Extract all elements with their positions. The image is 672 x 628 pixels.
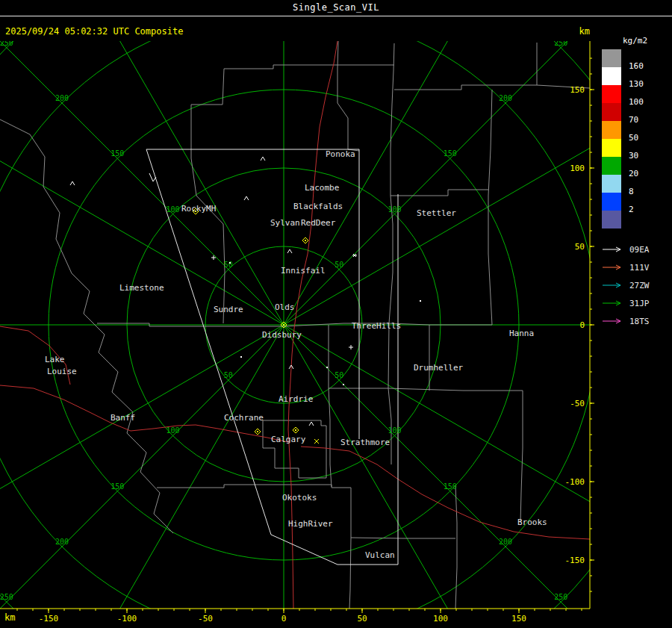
range-ring-label: 50 bbox=[224, 371, 233, 379]
dot-marker bbox=[343, 384, 344, 385]
dot-marker bbox=[326, 367, 328, 368]
storm-track-arrow-icon bbox=[602, 317, 624, 325]
city-label: RedDeer bbox=[301, 218, 336, 228]
range-ring-label: 250 bbox=[0, 593, 13, 601]
legend-threshold-value: 100 bbox=[629, 97, 644, 108]
storm-track-legend-row: 09EA bbox=[602, 240, 671, 258]
diamond-marker-center-dot bbox=[257, 431, 258, 432]
range-spoke bbox=[0, 0, 582, 628]
city-label: Okotoks bbox=[282, 493, 317, 503]
county-boundary bbox=[157, 485, 351, 488]
caret-marker bbox=[244, 196, 249, 200]
diamond-marker-center-dot bbox=[295, 429, 296, 431]
county-boundary bbox=[263, 420, 326, 478]
right-axis-tick-label: -150 bbox=[565, 556, 585, 565]
caret-marker bbox=[261, 157, 265, 161]
right-axis-tick-label: 0 bbox=[579, 320, 585, 330]
city-label: Vulcan bbox=[365, 550, 395, 560]
legend-color-swatch bbox=[602, 49, 621, 67]
range-ring-label: 200 bbox=[55, 94, 69, 102]
county-boundary bbox=[349, 488, 351, 609]
dot-marker bbox=[229, 262, 231, 264]
county-boundary bbox=[389, 43, 394, 323]
legend-units-label: kg/m2 bbox=[623, 36, 671, 46]
county-boundary bbox=[72, 273, 173, 533]
bottom-axis-tick-label: 100 bbox=[433, 614, 448, 624]
city-label: Didsbury bbox=[262, 330, 302, 340]
range-ring-label: 50 bbox=[335, 261, 343, 269]
city-label: RockyMH bbox=[181, 204, 216, 214]
storm-track-id: 27ZW bbox=[629, 281, 650, 290]
caret-marker bbox=[309, 422, 314, 426]
dot-marker bbox=[420, 300, 421, 302]
legend-threshold-value: 70 bbox=[629, 115, 638, 125]
city-label: Drumheller bbox=[414, 363, 464, 373]
city-label: Sylvan bbox=[270, 218, 300, 228]
range-ring-label: 250 bbox=[0, 39, 13, 47]
city-label: Banff bbox=[111, 413, 135, 423]
diamond-marker-center-dot bbox=[283, 324, 284, 326]
legend-threshold-value: 50 bbox=[629, 133, 638, 143]
legend-color-swatch bbox=[602, 121, 621, 139]
county-boundary bbox=[337, 41, 359, 151]
legend-threshold-value: 20 bbox=[629, 169, 638, 179]
legend-color-swatch bbox=[602, 175, 621, 193]
cross-marker bbox=[314, 439, 319, 444]
storm-track-arrow-icon bbox=[602, 282, 624, 289]
vil-color-legend: kg/m2 1601301007050302082 09EA111V27ZW31… bbox=[602, 36, 671, 330]
legend-color-swatch bbox=[602, 211, 621, 228]
county-boundary bbox=[351, 538, 455, 538]
storm-track-arrow-icon bbox=[602, 299, 624, 307]
range-ring-label: 250 bbox=[554, 593, 567, 601]
range-ring-label: 200 bbox=[499, 94, 512, 102]
legend-color-scale: 1601301007050302082 bbox=[602, 49, 671, 228]
city-label: Sundre bbox=[214, 305, 243, 314]
storm-track-legend-row: 111V bbox=[602, 258, 671, 276]
range-ring-label: 50 bbox=[335, 371, 343, 379]
city-label: Lake bbox=[45, 355, 65, 364]
legend-threshold-value: 8 bbox=[629, 187, 634, 197]
city-label: Cochrane bbox=[224, 413, 264, 423]
storm-track-arrow-icon bbox=[602, 264, 624, 271]
city-label: Strathmore bbox=[340, 438, 390, 447]
bottom-axis-tick-label: -100 bbox=[117, 614, 137, 624]
storm-track-legend-row: 31JP bbox=[602, 294, 671, 312]
right-axis-tick-label: -50 bbox=[570, 399, 585, 408]
legend-color-swatch bbox=[602, 139, 621, 157]
right-axis-tick-label: 150 bbox=[570, 85, 585, 95]
storm-track-id: 09EA bbox=[629, 245, 650, 255]
legend-color-swatch bbox=[602, 67, 621, 85]
county-boundary bbox=[394, 43, 537, 90]
city-label: Limestone bbox=[119, 283, 164, 293]
city-label: Hanna bbox=[509, 329, 534, 338]
range-ring-label: 100 bbox=[388, 426, 401, 435]
diamond-marker-center-dot bbox=[305, 240, 306, 241]
range-ring-label: 250 bbox=[554, 39, 567, 47]
legend-threshold-value: 2 bbox=[629, 205, 634, 215]
range-ring-label: 150 bbox=[444, 482, 457, 491]
storm-track-legend: 09EA111V27ZW31JP18TS bbox=[602, 240, 671, 330]
city-label: Innisfail bbox=[281, 266, 326, 276]
radar-map-canvas: 5010015020025050100150200250501001502002… bbox=[0, 0, 672, 628]
county-boundary bbox=[391, 190, 488, 196]
county-boundary bbox=[455, 485, 457, 609]
storm-track-arrow-icon bbox=[602, 246, 624, 253]
right-axis-tick-label: 100 bbox=[570, 164, 585, 173]
plus-marker bbox=[349, 345, 353, 349]
range-ring-label: 150 bbox=[444, 149, 457, 158]
city-label: HighRiver bbox=[288, 519, 333, 529]
bottom-axis-tick-label: -150 bbox=[39, 614, 59, 624]
legend-color-swatch bbox=[602, 103, 621, 121]
range-ring-label: 50 bbox=[224, 261, 233, 269]
bottom-axis-tick-label: -50 bbox=[198, 614, 213, 624]
county-boundary bbox=[329, 325, 332, 487]
range-ring-label: 100 bbox=[388, 205, 401, 214]
range-ring-label: 200 bbox=[55, 538, 69, 546]
city-label: Calgary bbox=[271, 435, 306, 444]
city-label: Louise bbox=[47, 367, 77, 376]
legend-threshold-value: 130 bbox=[629, 79, 644, 90]
bottom-axis-tick-label: 0 bbox=[281, 614, 287, 624]
legend-threshold-value: 30 bbox=[629, 151, 638, 161]
storm-track-id: 31JP bbox=[629, 299, 650, 308]
city-label: ThreeHills bbox=[352, 321, 401, 331]
